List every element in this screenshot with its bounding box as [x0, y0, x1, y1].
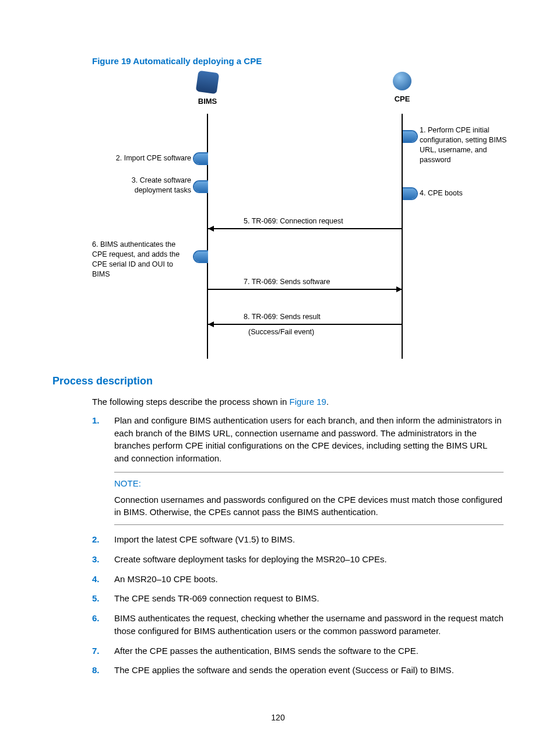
step-6-num: 6.	[92, 612, 100, 625]
step-5: 5. The CPE sends TR-069 connection reque…	[92, 592, 504, 605]
step1-label: 1. Perform CPE initial configuration, se…	[420, 125, 507, 165]
bims-label: BIMS	[198, 97, 217, 106]
step6-self-arrow	[193, 250, 208, 263]
step-8-text: The CPE applies the software and sends t…	[114, 665, 454, 675]
step-2: 2. Import the latest CPE software (V1.5)…	[92, 533, 504, 546]
bims-node: BIMS	[190, 72, 225, 106]
step5-arrow-head	[208, 226, 214, 232]
step7-arrow	[208, 289, 402, 290]
step7-label: 7. TR-069: Sends software	[244, 277, 330, 287]
step8-arrow	[208, 324, 402, 325]
process-intro: The following steps describe the process…	[92, 396, 504, 408]
note-label: NOTE:	[114, 477, 504, 490]
step-2-text: Import the latest CPE software (V1.5) to…	[114, 534, 295, 544]
step-4-num: 4.	[92, 573, 100, 586]
cpe-lifeline	[402, 114, 403, 359]
step4-self-arrow	[403, 187, 418, 200]
step-1-text: Plan and configure BIMS authentication u…	[114, 415, 502, 463]
note-text: Connection usernames and passwords confi…	[114, 494, 504, 519]
step-4: 4. An MSR20–10 CPE boots.	[92, 573, 504, 586]
step-3-num: 3.	[92, 553, 100, 566]
step-7: 7. After the CPE passes the authenticati…	[92, 645, 504, 657]
step-4-text: An MSR20–10 CPE boots.	[114, 574, 218, 584]
sequence-diagram: BIMS CPE 1. Perform CPE initial configur…	[92, 72, 512, 363]
step-2-num: 2.	[92, 533, 100, 546]
page: Figure 19 Automatically deploying a CPE …	[0, 0, 556, 756]
figure-caption: Figure 19 Automatically deploying a CPE	[92, 56, 504, 66]
step4-label: 4. CPE boots	[420, 188, 490, 198]
step-6: 6. BIMS authenticates the request, check…	[92, 612, 504, 638]
cpe-icon	[393, 72, 411, 90]
step2-label: 2. Import CPE software	[104, 153, 191, 163]
step3-label: 3. Create software deployment tasks	[98, 176, 191, 195]
step5-arrow	[208, 228, 402, 229]
step2-self-arrow	[193, 152, 208, 165]
page-number: 120	[0, 713, 556, 722]
step-6-text: BIMS authenticates the request, checking…	[114, 613, 504, 636]
figure-19-link[interactable]: Figure 19	[290, 397, 326, 407]
step8-label-b: (Success/Fail event)	[248, 327, 314, 337]
cpe-label: CPE	[395, 94, 410, 103]
process-steps-list: 1. Plan and configure BIMS authenticatio…	[92, 414, 504, 677]
process-title: Process description	[52, 375, 504, 387]
step8-arrow-head	[208, 321, 214, 327]
step-1: 1. Plan and configure BIMS authenticatio…	[92, 414, 504, 525]
step-8-num: 8.	[92, 664, 100, 677]
step3-self-arrow	[193, 180, 208, 193]
bims-icon	[196, 71, 220, 94]
step-7-num: 7.	[92, 645, 100, 657]
step-5-text: The CPE sends TR-069 connection request …	[114, 593, 319, 603]
step5-label: 5. TR-069: Connection request	[244, 216, 343, 226]
step1-self-arrow	[403, 130, 418, 143]
step-3-text: Create software deployment tasks for dep…	[114, 554, 387, 564]
step7-arrow-head	[396, 286, 402, 292]
step6-label: 6. BIMS authenticates the CPE request, a…	[92, 240, 191, 279]
step-5-num: 5.	[92, 592, 100, 605]
intro-suffix: .	[326, 397, 329, 407]
step-7-text: After the CPE passes the authentication,…	[114, 646, 418, 656]
note-box: NOTE: Connection usernames and passwords…	[114, 472, 504, 525]
cpe-node: CPE	[385, 72, 420, 103]
step8-label-a: 8. TR-069: Sends result	[244, 312, 321, 322]
step-3: 3. Create software deployment tasks for …	[92, 553, 504, 566]
step-1-num: 1.	[92, 414, 100, 427]
step-8: 8. The CPE applies the software and send…	[92, 664, 504, 677]
intro-prefix: The following steps describe the process…	[92, 397, 290, 407]
